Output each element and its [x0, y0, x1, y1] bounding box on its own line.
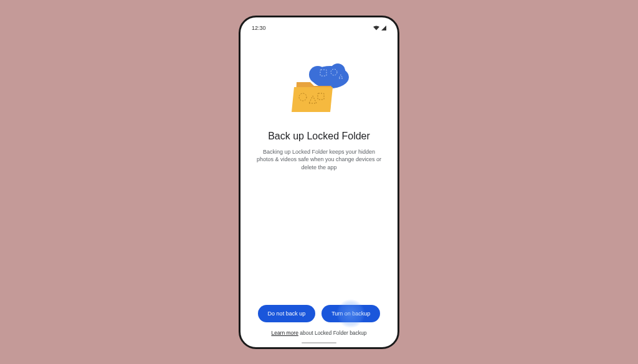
- main-content: Back up Locked Folder Backing up Locked …: [249, 31, 389, 305]
- turn-on-backup-button[interactable]: Turn on backup: [321, 305, 380, 322]
- svg-point-2: [330, 63, 345, 78]
- learn-more-link[interactable]: Learn more: [271, 330, 298, 336]
- gesture-bar: [302, 342, 336, 343]
- page-subtitle: Backing up Locked Folder keeps your hidd…: [249, 148, 389, 172]
- wifi-icon: [373, 26, 379, 30]
- signal-icon: [381, 26, 386, 30]
- phone-frame: 12:30: [239, 16, 399, 349]
- do-not-back-up-button[interactable]: Do not back up: [258, 305, 316, 322]
- learn-more-text: Learn more about Locked Folder backup: [271, 330, 366, 336]
- turn-on-backup-wrap: Turn on backup: [321, 305, 380, 322]
- status-time: 12:30: [252, 25, 266, 31]
- status-bar: 12:30: [249, 24, 389, 31]
- status-icons: [373, 26, 386, 30]
- learn-more-rest: about Locked Folder backup: [298, 330, 367, 336]
- button-row: Do not back up Turn on backup: [249, 305, 389, 322]
- footer: Do not back up Turn on backup Learn more…: [249, 305, 389, 340]
- page-title: Back up Locked Folder: [268, 131, 370, 142]
- locked-folder-cloud-illustration: [282, 57, 356, 119]
- svg-point-1: [309, 66, 326, 83]
